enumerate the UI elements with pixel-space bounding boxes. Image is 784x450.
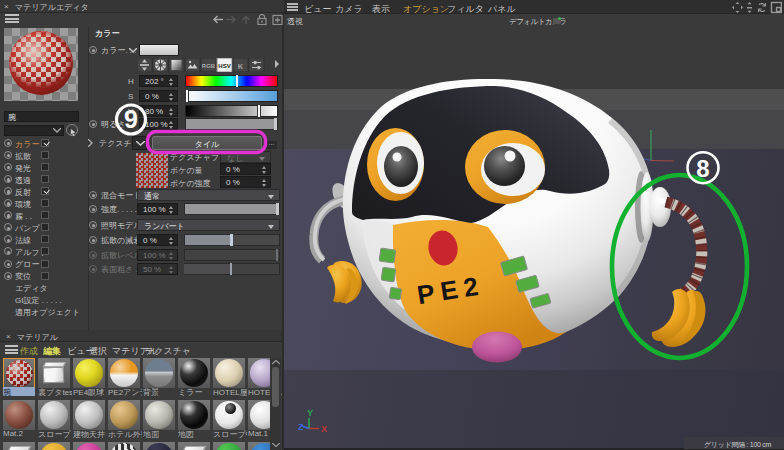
svg-text:HSV: HSV: [218, 63, 230, 69]
svg-text:K: K: [238, 62, 244, 71]
svg-text:RGB: RGB: [202, 63, 216, 69]
svg-text:8: 8: [696, 155, 709, 182]
